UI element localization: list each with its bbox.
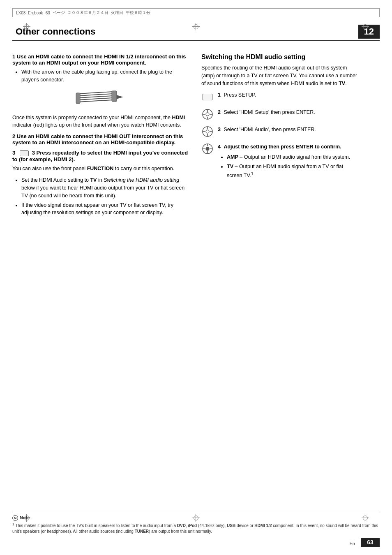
step4-bullet-amp: AMP – Output an HDMI audio signal from t… [227,153,357,161]
left-column: 1 Use an HDMI cable to connect the HDMI … [12,53,189,221]
right-step4: 4 Adjust the setting then press ENTER to… [201,143,357,183]
corner-mark-tm [192,23,200,31]
step4-heading-text: Adjust the setting then press ENTER to c… [224,144,341,150]
step1-bullet-item: With the arrow on the cable plug facing … [21,68,189,84]
step3-bullet-2: If the video signal does not appear on y… [21,201,189,217]
step4-bullet-tv: TV – Output an HDMI audio signal from a … [227,163,357,180]
right-step3-content: 3 Select 'HDMI Audio', then press ENTER. [218,126,357,134]
page-lang-label: En [350,541,355,546]
right-step4-content: 4 Adjust the setting then press ENTER to… [218,143,357,183]
note-header: N Note [12,515,380,521]
step3-heading: 3 3 Press repeatedly to select the HDMI … [12,150,189,162]
step4-icon [201,143,214,155]
meta-label: ページ [53,10,65,16]
meta-page: 63 [46,11,50,15]
step3-icon [201,126,214,137]
svg-line-0 [78,92,113,94]
section-heading: Switching the HDMI audio setting [201,53,357,61]
corner-mark-tl [23,23,31,31]
svg-point-9 [206,113,209,116]
nav-wheel-icon-2 [201,108,214,120]
right-step2: 2 Select 'HDMI Setup' then press ENTER. [201,109,357,120]
meta-bar: LX03_En.book 63 ページ ２００８年６月２４日 火曜日 午後６時１… [12,8,380,17]
note-text: 1 This makes it possible to use the TV's… [12,522,380,534]
meta-date: ２００８年６月２４日 [67,10,108,16]
svg-line-4 [78,100,113,102]
setup-button-icon [203,94,212,100]
svg-point-15 [206,130,209,133]
svg-rect-5 [76,93,80,104]
svg-point-21 [206,147,209,150]
nav-wheel-icon-3 [201,125,214,138]
nav-wheel-icon-4 [201,143,214,155]
content-area: 1 Use an HDMI cable to connect the HDMI … [12,53,380,221]
step4-bullet-list: AMP – Output an HDMI audio signal from t… [218,153,357,179]
hdmi-illustration [12,90,189,108]
step1-heading: 1 Use an HDMI cable to connect the HDMI … [12,53,189,66]
right-step1-content: 1 Press SETUP. [218,91,357,99]
svg-line-2 [78,96,113,98]
svg-line-3 [78,98,113,100]
meta-day: 火曜日 [111,10,123,16]
svg-rect-7 [112,91,117,102]
svg-line-1 [78,94,113,96]
right-step3: 3 Select 'HDMI Audio', then press ENTER. [201,126,357,137]
corner-mark-tr [361,23,369,31]
step1-icon [201,91,214,103]
note-icon: N [12,515,18,521]
right-step1: 1 Press SETUP. [201,91,357,103]
note-label: Note [20,515,30,521]
right-step2-content: 2 Select 'HDMI Setup' then press ENTER. [218,109,357,116]
step3-para: You can also use the front panel FUNCTIO… [12,165,189,173]
meta-time: 午後６時１分 [126,10,150,16]
page: LX03_En.book 63 ページ ２００８年６月２４日 火曜日 午後６時１… [0,0,392,555]
page-number: 63 [361,538,380,547]
note-section: N Note 1 This makes it possible to use t… [12,512,380,534]
step3-bullet-1: Set the HDMI Audio setting to TV in Swit… [21,176,189,199]
page-title: Other connections [12,26,358,37]
para1: Once this system is properly connected t… [12,114,189,130]
meta-filename: LX03_En.book [16,11,43,15]
step2-icon [201,109,214,120]
step1-bullets: With the arrow on the cable plug facing … [12,68,189,84]
step3-bullet-list: Set the HDMI Audio setting to TV in Swit… [12,176,189,217]
hdmi-cable-svg [74,90,127,108]
step3-heading-block: 3 3 Press repeatedly to select the HDMI … [12,150,189,162]
step2-heading: 2 Use an HDMI cable to connect the HDMI … [12,133,189,146]
section-intro: Specifies the routing of the HDMI audio … [201,64,357,87]
right-column: Switching the HDMI audio setting Specifi… [201,53,357,221]
